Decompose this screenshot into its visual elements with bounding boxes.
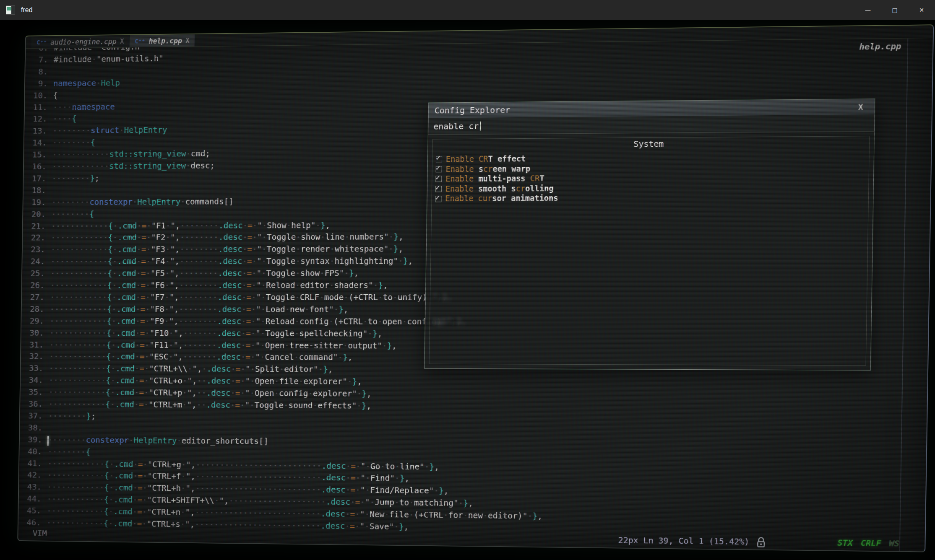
line-number: 38. xyxy=(25,423,42,433)
option-label-segment: Enable CR xyxy=(446,154,488,164)
window-title: fred xyxy=(21,6,33,14)
option-label-segment: cr xyxy=(483,164,493,174)
status-flag-stx: STX xyxy=(837,538,853,548)
line-number: 37. xyxy=(25,411,42,421)
tab-label: audio-engine.cpp xyxy=(50,37,117,47)
vim-mode-indicator: VIM xyxy=(33,529,47,538)
option-label-segment: s xyxy=(479,164,484,174)
line-number: 26. xyxy=(27,280,44,290)
cursor-position-info: 22px Ln 39, Col 1 (15.42%) xyxy=(618,535,750,547)
line-number: 42. xyxy=(24,470,42,480)
tab-audio-engine.cpp[interactable]: C⁺⁺audio-engine.cppX xyxy=(31,35,130,48)
status-flags: STXCRLFWS xyxy=(837,538,899,548)
background-code-ghost: " }, xyxy=(432,292,452,302)
line-number: 23. xyxy=(27,245,45,254)
option-label-segment: olling xyxy=(525,184,554,194)
line-number: 40. xyxy=(24,446,42,456)
option-label-segment: Enable xyxy=(445,174,479,184)
line-number: 10. xyxy=(30,91,48,100)
option-label-segment: CR xyxy=(530,174,540,184)
line-number: 15. xyxy=(29,150,47,160)
config-search-value: enable cr xyxy=(433,117,479,135)
line-number: 17. xyxy=(29,174,47,183)
line-number: 16. xyxy=(29,162,47,171)
option-label-segment: een warp xyxy=(492,164,530,174)
tab-label: help.cpp xyxy=(148,36,182,45)
line-number: 22. xyxy=(28,233,46,243)
line-number: 8. xyxy=(30,67,48,77)
line-number: 34. xyxy=(25,376,43,385)
line-number: 12. xyxy=(29,114,47,124)
status-flag-crlf: CRLF xyxy=(861,538,881,548)
line-number: 31. xyxy=(26,340,44,350)
line-number: 32. xyxy=(26,352,43,361)
popup-close-button[interactable]: X xyxy=(858,99,863,115)
option-label-segment: T xyxy=(539,174,544,184)
maximize-button[interactable]: □ xyxy=(881,0,908,20)
active-filename-overlay: help.cpp xyxy=(859,41,901,52)
background-code-ghost: ig)" }, xyxy=(432,316,467,326)
status-right-group: 22px Ln 39, Col 1 (15.42%) STXCRLFWS xyxy=(618,535,900,549)
option-label-segment: multi-pass xyxy=(478,174,530,184)
config-options-list: ✓Enable CRT effect✓Enable screen warp✓En… xyxy=(432,152,869,204)
line-number: 24. xyxy=(27,257,45,267)
window-controls: —□✕ xyxy=(854,0,935,20)
lock-icon xyxy=(756,537,766,548)
line-number: 35. xyxy=(25,387,43,397)
line-number: 45. xyxy=(23,506,41,516)
checkbox-checked-icon[interactable]: ✓ xyxy=(435,196,441,202)
line-number: 44. xyxy=(23,494,41,504)
minimize-button[interactable]: — xyxy=(854,0,881,20)
option-label-segment: smooth s xyxy=(478,184,516,194)
crt-screen: C⁺⁺audio-engine.cppXC⁺⁺help.cppX help.cp… xyxy=(17,24,934,552)
cpp-file-icon: C⁺⁺ xyxy=(135,38,145,44)
option-label-segment: T effect xyxy=(488,154,526,164)
os-titlebar: fred —□✕ xyxy=(0,0,935,20)
option-label-segment: sor animations xyxy=(492,193,558,203)
tab-close-button[interactable]: X xyxy=(120,37,124,45)
line-number: 43. xyxy=(24,482,42,492)
line-number: 33. xyxy=(26,363,43,373)
checkbox-checked-icon[interactable]: ✓ xyxy=(436,156,442,163)
option-label-segment: cr xyxy=(516,184,526,194)
line-number: 14. xyxy=(29,138,47,148)
line-number: 11. xyxy=(29,103,47,112)
option-label-segment: Enable xyxy=(445,164,479,174)
line-number: 19. xyxy=(28,197,46,207)
text-cursor xyxy=(47,436,49,446)
section-header-system: System xyxy=(432,137,869,151)
app-icon xyxy=(6,5,15,15)
line-number: 30. xyxy=(26,328,44,338)
line-number: 21. xyxy=(28,221,46,231)
option-label-segment: Enable xyxy=(445,184,479,194)
line-number: 27. xyxy=(26,293,44,302)
line-number: 39. xyxy=(24,435,42,444)
line-number: 29. xyxy=(26,316,44,326)
status-flag-ws: WS xyxy=(889,539,899,549)
line-number: 41. xyxy=(24,459,42,468)
checkbox-checked-icon[interactable]: ✓ xyxy=(435,186,442,192)
text-caret xyxy=(480,121,481,130)
line-number: 20. xyxy=(28,209,46,219)
line-number: 36. xyxy=(25,399,43,409)
option-label-segment: Enable cur xyxy=(445,194,492,204)
close-button[interactable]: ✕ xyxy=(908,0,935,20)
popup-title-label: Config Explorer xyxy=(435,105,510,116)
cpp-file-icon: C⁺⁺ xyxy=(36,39,47,46)
config-explorer-popup: Config Explorer X enable cr System ✓Enab… xyxy=(424,99,875,370)
line-number: 7. xyxy=(30,55,48,65)
config-option-row[interactable]: ✓Enable cursor animations xyxy=(435,192,868,204)
line-number: 28. xyxy=(26,304,44,314)
popup-body: System ✓Enable CRT effect✓Enable screen … xyxy=(429,136,870,366)
checkbox-checked-icon[interactable]: ✓ xyxy=(436,166,442,172)
checkbox-checked-icon[interactable]: ✓ xyxy=(435,176,442,182)
tab-close-button[interactable]: X xyxy=(186,36,190,44)
tab-help.cpp[interactable]: C⁺⁺help.cppX xyxy=(130,34,195,47)
line-number: 46. xyxy=(23,518,41,527)
line-number: 18. xyxy=(28,186,46,195)
line-number: 25. xyxy=(27,269,44,278)
line-number: 13. xyxy=(29,126,47,136)
line-number: 9. xyxy=(30,79,48,88)
